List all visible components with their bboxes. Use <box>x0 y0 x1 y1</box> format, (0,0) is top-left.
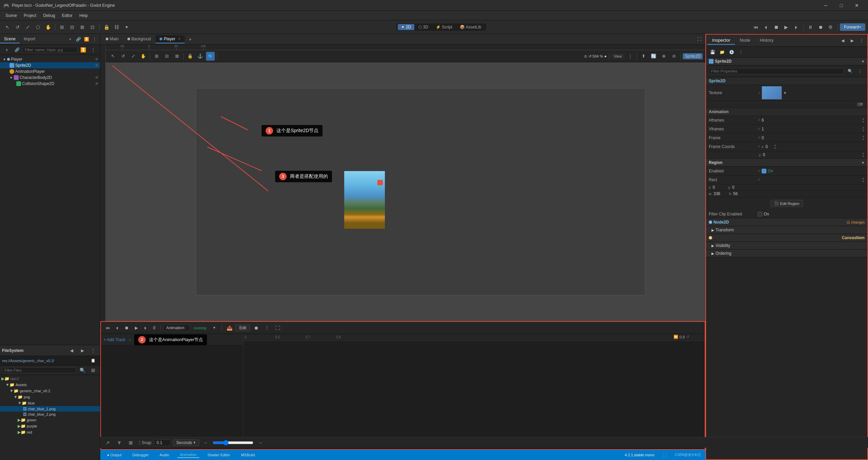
snap-scroll-left[interactable]: ← <box>201 438 211 447</box>
anim-settings-btn[interactable]: 📤 <box>225 323 234 333</box>
fs-path-copy-btn[interactable]: 📋 <box>88 356 98 365</box>
menu-scene[interactable]: Scene <box>3 13 20 19</box>
viewport-fullscreen-btn[interactable]: ⛶ <box>695 35 704 44</box>
tree-item-char-body[interactable]: ▼ CharacterBody2D 👁 <box>0 75 100 81</box>
inspector-tab-inspector[interactable]: Inspector <box>707 36 735 45</box>
scene-filter-btn[interactable]: ⏬ <box>83 36 90 43</box>
scene-filter-input[interactable] <box>22 47 78 53</box>
nav-script-button[interactable]: ⚡ Script <box>432 24 456 30</box>
anim-track-minus-btn[interactable]: − <box>127 338 133 342</box>
fs-item-assets[interactable]: ▼📁 Assets <box>0 382 100 388</box>
nav-assetlib-button[interactable]: 📦 AssetLib <box>456 24 485 30</box>
vframes-reset-btn[interactable]: ↺ <box>758 127 760 131</box>
inspector-more-btn[interactable]: ⋮ <box>857 36 866 45</box>
vp-icon-1[interactable]: ⊘ <box>669 52 678 61</box>
fs-item-green[interactable]: ▶📁 green <box>0 417 100 423</box>
transform-header[interactable]: ▶ Transform <box>706 226 867 234</box>
vp-lock-btn[interactable]: 🔒 <box>186 52 194 61</box>
vframes-up[interactable]: ▲ <box>862 126 865 129</box>
fs-item-generic-char[interactable]: ▼📁 generic_char_v0.2 <box>0 388 100 394</box>
fs-more-btn[interactable]: ⋮ <box>88 346 98 355</box>
anim-dropdown-btn[interactable]: ▼ <box>209 323 219 333</box>
tb-rotate-tool[interactable]: ↺ <box>13 22 22 32</box>
vp-pan-btn[interactable]: ✋ <box>139 52 148 61</box>
add-tab-btn[interactable]: + <box>185 35 195 44</box>
hframes-up[interactable]: ▲ <box>862 117 865 120</box>
scene-link-btn[interactable]: 🔗 <box>75 36 82 43</box>
fs-item-png[interactable]: ▼📁 png <box>0 394 100 400</box>
filter-more-icon[interactable]: ⋮ <box>856 67 865 76</box>
menu-debug[interactable]: Debug <box>40 13 58 19</box>
snap-value-input[interactable] <box>154 439 171 446</box>
status-expand-btn[interactable]: ⛶ <box>660 450 669 460</box>
status-tab-output[interactable]: ● Output <box>104 452 124 458</box>
tb-pause[interactable]: ⏸ <box>806 22 815 32</box>
filter-clip-checkbox[interactable]: On <box>758 212 769 216</box>
hframes-down[interactable]: ▼ <box>862 120 865 123</box>
fs-next-btn[interactable]: ▶ <box>78 346 87 355</box>
inspector-kebab-btn[interactable]: ⋮ <box>737 48 745 57</box>
frame-coords-y-down[interactable]: ▼ <box>862 155 865 158</box>
node2d-header[interactable]: Node2D (1 change) <box>706 218 867 226</box>
tb-play[interactable]: ▶ <box>782 22 791 32</box>
close-button[interactable]: ✕ <box>849 0 865 11</box>
zoom-reset-btn[interactable]: ↺ <box>588 54 592 58</box>
region-section-header[interactable]: Region ▼ <box>706 159 867 167</box>
fs-item-red[interactable]: ▶📁 red <box>0 429 100 435</box>
frame-down[interactable]: ▼ <box>862 138 865 141</box>
snap-curve-btn[interactable]: ↗ <box>103 438 112 447</box>
fs-item-purple[interactable]: ▶📁 purple <box>0 423 100 429</box>
vp-type-script[interactable]: ⊕ <box>659 52 668 61</box>
scene-tab[interactable]: Scene <box>0 35 20 43</box>
scene-menu-btn[interactable]: ⋮ <box>88 45 98 55</box>
tb-btn-4[interactable]: ⊡ <box>88 22 97 32</box>
status-tab-debugger[interactable]: Debugger <box>130 452 151 458</box>
snap-expand-btn[interactable]: ⊠ <box>126 438 136 447</box>
frame-reset-btn[interactable]: ↺ <box>758 136 760 140</box>
sprite2d-section-header[interactable]: Sprite2D ▼ <box>706 58 867 65</box>
frame-up[interactable]: ▲ <box>862 135 865 138</box>
anim-next-btn[interactable]: ⏵ <box>142 324 150 332</box>
tb-settings[interactable]: ⚙ <box>826 22 835 32</box>
menu-editor[interactable]: Editor <box>59 13 75 19</box>
fs-item-char-blue-1[interactable]: 🖼 char_blue_1.png <box>0 406 100 412</box>
minimize-button[interactable]: ─ <box>818 0 833 11</box>
tb-btn-2[interactable]: ⊟ <box>67 22 77 32</box>
status-tab-shader[interactable]: Shader Editor <box>205 452 233 458</box>
hframes-reset-btn[interactable]: ↺ <box>758 118 760 122</box>
tb-record[interactable]: ⏺ <box>816 22 825 32</box>
tb-stop[interactable]: ⏹ <box>771 22 781 32</box>
inspector-disk-btn[interactable]: 💿 <box>727 48 736 57</box>
vp-move-btn[interactable]: ↖ <box>108 52 117 61</box>
visibility-header[interactable]: ▶ Visibility <box>706 242 867 250</box>
anim-more-btn[interactable]: ⋮ <box>262 323 272 333</box>
frame-coords-reset[interactable]: ↺ <box>758 145 760 148</box>
scene-add-node-btn[interactable]: + <box>2 45 12 55</box>
vp-btn-3[interactable]: ⊠ <box>172 52 181 61</box>
ordering-header[interactable]: ▶ Ordering <box>706 250 867 257</box>
tb-next[interactable]: ⏵ <box>792 22 801 32</box>
enabled-checkbox[interactable]: ✓ On <box>762 169 773 173</box>
vp-type-2d[interactable]: ⬆ <box>639 52 648 61</box>
tb-star[interactable]: ✦ <box>122 22 131 32</box>
anim-prev-btn[interactable]: ⏮ <box>104 324 112 332</box>
editor-tab-main[interactable]: Main <box>102 35 123 43</box>
tb-move-tool[interactable]: ↖ <box>3 22 12 32</box>
char-body-visibility-icon[interactable]: 👁 <box>95 76 99 80</box>
editor-tab-player[interactable]: Player ✕ <box>156 35 185 43</box>
forward-plus-button[interactable]: Forward+ <box>840 23 865 31</box>
anim-expand-btn[interactable]: ⛶ <box>273 323 283 333</box>
editor-tab-background[interactable]: Backgroud <box>123 35 155 43</box>
inspector-next-btn[interactable]: ▶ <box>848 36 856 45</box>
import-tab[interactable]: Import <box>20 35 39 43</box>
fs-layout-btn[interactable]: ⊞ <box>88 365 98 375</box>
snap-filter-btn[interactable]: ⛛ <box>115 438 124 447</box>
frame-coords-x-down[interactable]: ▼ <box>774 147 777 150</box>
player-visibility-icon[interactable]: 👁 <box>95 57 99 61</box>
tb-scale-tool[interactable]: ⤢ <box>23 22 33 32</box>
vp-more-btn[interactable]: ⋮ <box>626 52 635 61</box>
tb-select-tool[interactable]: ⬡ <box>33 22 43 32</box>
scene-add-btn[interactable]: + <box>67 36 74 43</box>
scene-filter-icon[interactable]: ⏬ <box>78 45 88 55</box>
tb-pan-tool[interactable]: ✋ <box>43 22 53 32</box>
